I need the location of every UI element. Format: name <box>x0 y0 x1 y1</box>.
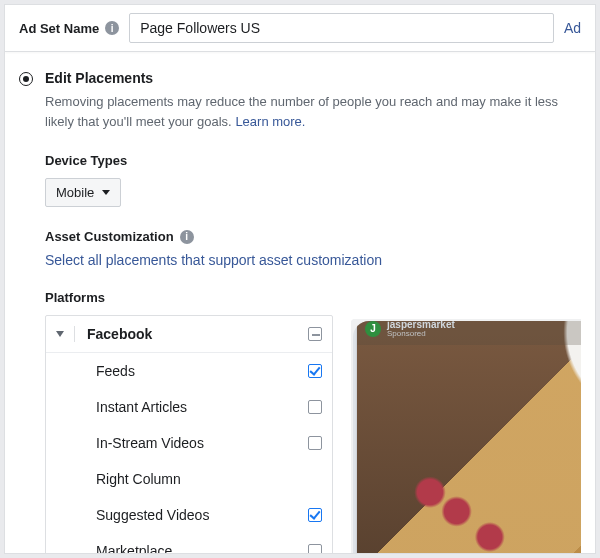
platform-item-label: Marketplace <box>96 543 308 554</box>
checkbox-icon[interactable] <box>308 508 322 522</box>
chevron-down-icon <box>102 190 110 195</box>
platform-item-label: Suggested Videos <box>96 507 308 523</box>
platform-item[interactable]: Instant Articles <box>46 389 332 425</box>
ad-sponsored-label: Sponsored <box>387 330 455 339</box>
asset-customization-label-text: Asset Customization <box>45 229 174 244</box>
platform-item-label: Right Column <box>96 471 322 487</box>
platform-group-header[interactable]: Facebook <box>46 316 332 353</box>
radio-selected-icon[interactable] <box>19 72 33 86</box>
ads-manager-panel: Ad Set Name i Ad Edit Placements Removin… <box>4 4 596 554</box>
tristate-checkbox-icon[interactable] <box>308 327 322 341</box>
ad-set-name-label: Ad Set Name <box>19 21 99 36</box>
platform-group-name: Facebook <box>87 326 308 342</box>
learn-more-link[interactable]: Learn more. <box>235 114 305 129</box>
checkbox-icon[interactable] <box>308 400 322 414</box>
brand-avatar: J <box>365 321 381 337</box>
edit-placements-text: Edit Placements Removing placements may … <box>45 70 581 131</box>
ad-image <box>357 319 581 554</box>
ad-header: J jaspersmarket Sponsored ✕ <box>357 319 581 345</box>
device-types-section: Device Types Mobile <box>19 153 581 207</box>
info-icon[interactable]: i <box>105 21 119 35</box>
checkbox-icon[interactable] <box>308 544 322 554</box>
info-icon[interactable]: i <box>180 230 194 244</box>
ad-preview: J jaspersmarket Sponsored ✕ <box>351 319 581 554</box>
device-types-label-text: Device Types <box>45 153 127 168</box>
asset-customization-section: Asset Customization i Select all placeme… <box>19 229 581 268</box>
collapse-toggle-icon[interactable] <box>56 331 64 337</box>
device-types-selected: Mobile <box>56 185 94 200</box>
checkbox-icon[interactable] <box>308 436 322 450</box>
ad-set-name-row: Ad Set Name i Ad <box>5 5 595 52</box>
platforms-list: Facebook FeedsInstant ArticlesIn-Stream … <box>45 315 333 554</box>
ad-set-name-input[interactable] <box>129 13 554 43</box>
platforms-section: Platforms Facebook FeedsInstant Articles… <box>19 290 581 554</box>
platform-item[interactable]: Suggested Videos <box>46 497 332 533</box>
device-types-label: Device Types <box>45 153 581 168</box>
phone-frame: J jaspersmarket Sponsored ✕ <box>351 319 581 554</box>
asset-customization-label: Asset Customization i <box>45 229 581 244</box>
platform-item[interactable]: Marketplace <box>46 533 332 554</box>
divider <box>74 326 75 342</box>
asset-customization-link[interactable]: Select all placements that support asset… <box>45 252 581 268</box>
platform-item-label: In-Stream Videos <box>96 435 308 451</box>
checkbox-icon[interactable] <box>308 364 322 378</box>
platform-item-label: Instant Articles <box>96 399 308 415</box>
right-link-fragment[interactable]: Ad <box>564 20 581 36</box>
platforms-row: Facebook FeedsInstant ArticlesIn-Stream … <box>45 315 581 554</box>
platform-item-label: Feeds <box>96 363 308 379</box>
platform-item[interactable]: Right Column <box>46 461 332 497</box>
device-types-select[interactable]: Mobile <box>45 178 121 207</box>
edit-placements-option[interactable]: Edit Placements Removing placements may … <box>19 70 581 131</box>
ad-card: J jaspersmarket Sponsored ✕ <box>357 319 581 554</box>
platform-item[interactable]: In-Stream Videos <box>46 425 332 461</box>
platforms-label: Platforms <box>45 290 105 305</box>
platform-item[interactable]: Feeds <box>46 353 332 389</box>
edit-placements-title: Edit Placements <box>45 70 581 86</box>
edit-placements-description: Removing placements may reduce the numbe… <box>45 92 581 131</box>
panel-body: Edit Placements Removing placements may … <box>5 52 595 552</box>
